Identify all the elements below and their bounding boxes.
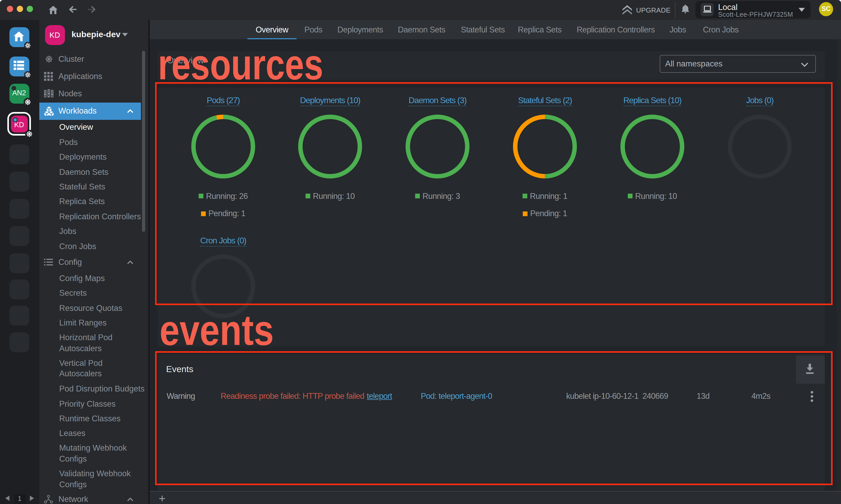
svg-text:events: events <box>159 306 274 354</box>
svg-text:resources: resources <box>158 40 323 88</box>
